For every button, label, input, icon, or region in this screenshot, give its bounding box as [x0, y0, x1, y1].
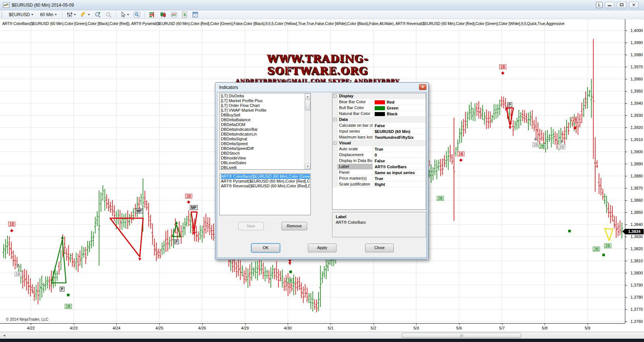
property-value[interactable]: False — [373, 158, 426, 163]
remove-button[interactable]: Remove — [281, 222, 307, 230]
property-row[interactable]: Auto scaleTrue — [332, 146, 426, 152]
available-indicator-item[interactable]: [LT] Market Profile Plus — [221, 98, 304, 103]
property-value[interactable]: Same as input series — [373, 170, 426, 175]
property-row[interactable]: Display in Data BoxFalse — [332, 158, 426, 164]
price-axis-label: 1,3850 — [630, 210, 643, 215]
property-value[interactable]: True — [373, 176, 426, 181]
available-indicator-item[interactable]: DBBuySell — [221, 113, 304, 118]
property-value[interactable]: False — [373, 123, 426, 128]
available-indicator-item[interactable]: [LT] DivDelta — [221, 94, 304, 98]
signal-square-icon — [17, 264, 19, 267]
property-row[interactable]: Calculate on bar closFalse — [332, 123, 426, 129]
property-value[interactable]: Green — [373, 105, 426, 111]
available-indicator-item[interactable]: DBLevelSales — [221, 161, 304, 165]
property-row[interactable]: PanelSame as input series — [332, 170, 426, 176]
indicators-button[interactable] — [65, 11, 77, 19]
maximize-button[interactable] — [617, 2, 626, 8]
property-row[interactable]: Natural Bar ColorBlack — [332, 111, 426, 117]
available-indicator-item[interactable]: [LT] VWAP Market Profile — [221, 108, 304, 113]
selected-indicators-list[interactable]: ART® ColorBars($EURUSD (60 Min),Color [G… — [219, 173, 311, 215]
property-row[interactable]: Maximum bars look lTwoHundredFiftySix — [332, 134, 426, 140]
scroll-left-icon[interactable]: ◄ — [3, 334, 6, 337]
property-row[interactable]: Price marker(s)True — [332, 176, 426, 181]
available-indicator-item[interactable]: DBDStoch — [221, 151, 304, 156]
available-indicator-item[interactable]: [LT] Order Flow Chart — [221, 103, 304, 108]
data-box-button[interactable] — [132, 11, 142, 19]
available-indicators-list[interactable]: ▲ ▼ [LT] DivDelta[LT] Market Profile Plu… — [219, 93, 311, 170]
window-titlebar[interactable]: $EURUSD (60 Min) 2014-05-09 L ✕ — [0, 0, 644, 10]
indicators-dialog[interactable]: Indicators ✕ ▲ ▼ [LT] DivDelta[LT] Marke… — [215, 82, 429, 260]
zoom-out-button[interactable] — [104, 11, 113, 19]
available-indicator-item[interactable]: DBDeltaDOM — [221, 122, 304, 127]
property-row[interactable]: Scale justificationRight — [332, 181, 426, 187]
price-tick — [625, 261, 627, 261]
account-data-button[interactable]: $ — [180, 11, 189, 19]
price-axis-label: 1,3870 — [630, 186, 643, 190]
property-value[interactable]: TwoHundredFiftySix — [373, 134, 426, 140]
drawing-tools-button[interactable] — [79, 11, 91, 19]
toolbar-grip[interactable] — [1, 12, 3, 18]
available-indicator-item[interactable]: DBDeltaIndicatorLin — [221, 132, 304, 137]
available-indicator-item[interactable]: DBDeltaIndicatorBar — [221, 127, 304, 132]
available-indicator-item[interactable]: DBInsideView — [221, 156, 304, 161]
price-tick — [625, 30, 627, 31]
instrument-selector[interactable]: $EURUSD — [6, 11, 36, 18]
ok-button[interactable]: OK — [251, 244, 280, 252]
property-value[interactable]: ART® ColorBars — [373, 164, 426, 169]
price-axis[interactable]: 1,40001,39901,39801,39701,39601,39501,39… — [625, 19, 644, 323]
available-indicator-item[interactable]: DBLivelli — [221, 165, 304, 170]
volume-bars-button[interactable] — [147, 11, 157, 19]
property-row[interactable]: Bull Bar ColorGreen — [332, 105, 426, 111]
panel-button[interactable] — [190, 11, 200, 19]
date-axis[interactable]: 4/224/234/244/254/264/294/305/15/25/35/6… — [0, 323, 625, 332]
date-axis-label: 4/24 — [109, 326, 124, 330]
property-value[interactable]: Right — [373, 181, 426, 187]
property-row[interactable]: LabelART® ColorBars — [332, 164, 426, 170]
collapse-icon[interactable]: − — [333, 94, 336, 98]
property-value[interactable]: Black — [373, 111, 426, 116]
property-value[interactable]: Red — [373, 99, 426, 105]
cursor-tool-button[interactable] — [119, 11, 131, 19]
dialog-close-button[interactable]: ✕ — [419, 84, 426, 90]
chart-style-button[interactable] — [158, 11, 168, 19]
indicator-property-grid[interactable]: −DisplayBear Bar ColorRedBull Bar ColorG… — [332, 93, 426, 210]
available-indicator-item[interactable]: DBDeltaBalance — [221, 118, 304, 122]
list-scrollbar[interactable]: ▲ ▼ — [304, 93, 310, 169]
property-row[interactable]: Input series$EURUSD (60 Min) — [332, 129, 426, 134]
scroll-up-icon[interactable]: ▲ — [305, 94, 310, 99]
close-button[interactable]: ✕ — [629, 2, 638, 8]
horizontal-scrollbar[interactable]: ◄ — [0, 332, 644, 339]
pattern-arrow-icon — [61, 236, 64, 239]
chevron-down-icon — [74, 14, 76, 15]
selected-indicator-item[interactable]: ART® ColorBars($EURUSD (60 Min),Color [G… — [221, 174, 310, 179]
available-indicator-item[interactable]: DBDeltaSpeed — [221, 141, 304, 146]
price-axis-label: 1,3930 — [630, 113, 643, 118]
link-button[interactable]: L — [596, 2, 603, 8]
minimize-button[interactable] — [605, 2, 614, 8]
scrollbar-thumb[interactable] — [402, 333, 521, 338]
zoom-in-button[interactable] — [93, 11, 102, 19]
available-indicator-item[interactable]: DBDeltaSpeedDiff — [221, 146, 304, 151]
selected-indicator-item[interactable]: ART® Reversal($EURUSD (60 Min),Color [Re… — [221, 184, 310, 188]
property-section-header[interactable]: −Display — [332, 93, 426, 99]
chart-trader-button[interactable] — [169, 11, 179, 19]
scroll-down-icon[interactable]: ▼ — [305, 163, 310, 169]
property-row[interactable]: Displacement0 — [332, 152, 426, 158]
property-description-box: Label ART® ColorBars — [332, 212, 426, 237]
property-section-header[interactable]: −Visual — [332, 140, 426, 146]
list-scrollbar-thumb[interactable] — [305, 100, 310, 111]
collapse-icon[interactable]: − — [333, 118, 336, 121]
dialog-close-action-button[interactable]: Close — [365, 244, 394, 252]
property-section-header[interactable]: −Data — [332, 117, 426, 123]
property-value[interactable]: 0 — [373, 152, 426, 158]
property-row[interactable]: Bear Bar ColorRed — [332, 99, 426, 105]
interval-selector[interactable]: 60 Min — [37, 11, 59, 18]
property-value[interactable]: $EURUSD (60 Min) — [373, 129, 426, 134]
apply-button[interactable]: Apply — [308, 244, 336, 252]
minimize-icon — [608, 5, 611, 6]
price-axis-label: 1,3860 — [630, 198, 643, 202]
property-value[interactable]: True — [373, 146, 426, 152]
selected-indicator-item[interactable]: ART® Pyramid($EURUSD (60 Min),Color [Red… — [221, 179, 310, 184]
collapse-icon[interactable]: − — [333, 141, 336, 145]
available-indicator-item[interactable]: DBDeltaSignal — [221, 137, 304, 141]
